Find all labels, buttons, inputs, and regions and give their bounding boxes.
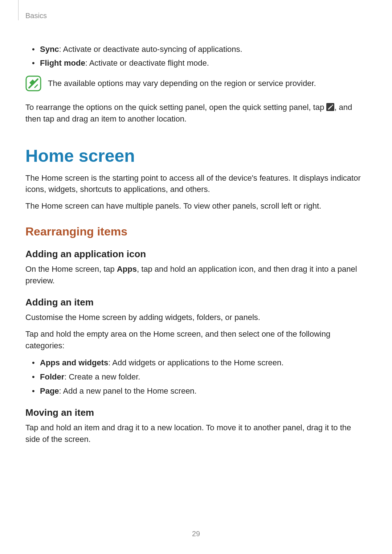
adding-app-before: On the Home screen, tap bbox=[25, 264, 117, 274]
apps-label: Apps bbox=[117, 264, 137, 274]
page-number: 29 bbox=[0, 530, 392, 538]
edit-icon bbox=[326, 103, 334, 111]
desc-apps-and-widgets: : Add widgets or applications to the Hom… bbox=[108, 358, 283, 367]
bullet-flight-mode: Flight mode: Activate or deactivate flig… bbox=[40, 57, 367, 69]
heading-adding-an-item: Adding an item bbox=[25, 297, 367, 308]
note-icon bbox=[25, 75, 41, 91]
page: Basics Sync: Activate or deactivate auto… bbox=[0, 0, 392, 554]
header-section-label: Basics bbox=[25, 12, 47, 20]
bullet-page: Page: Add a new panel to the Home screen… bbox=[40, 385, 367, 397]
heading-moving-an-item: Moving an item bbox=[25, 407, 367, 418]
header-rule bbox=[18, 0, 19, 20]
rearrange-panel-paragraph: To rearrange the options on the quick se… bbox=[25, 102, 367, 125]
quick-settings-bullets: Sync: Activate or deactivate auto-syncin… bbox=[25, 44, 367, 69]
bullet-folder: Folder: Create a new folder. bbox=[40, 371, 367, 383]
note-callout: The available options may vary depending… bbox=[25, 75, 367, 91]
adding-app-icon-paragraph: On the Home screen, tap Apps, tap and ho… bbox=[25, 263, 367, 287]
desc-flight-mode: : Activate or deactivate flight mode. bbox=[85, 58, 209, 67]
desc-folder: : Create a new folder. bbox=[64, 372, 140, 381]
term-sync: Sync bbox=[40, 45, 59, 54]
heading-rearranging-items: Rearranging items bbox=[25, 225, 367, 238]
note-text: The available options may vary depending… bbox=[48, 75, 316, 89]
term-apps-and-widgets: Apps and widgets bbox=[40, 358, 108, 367]
adding-item-p1: Customise the Home screen by adding widg… bbox=[25, 312, 367, 323]
bullet-apps-and-widgets: Apps and widgets: Add widgets or applica… bbox=[40, 357, 367, 369]
bullet-sync: Sync: Activate or deactivate auto-syncin… bbox=[40, 44, 367, 55]
adding-item-p2: Tap and hold the empty area on the Home … bbox=[25, 328, 367, 352]
desc-page: : Add a new panel to the Home screen. bbox=[59, 386, 197, 395]
term-page: Page bbox=[40, 386, 59, 395]
heading-home-screen: Home screen bbox=[25, 146, 367, 166]
term-folder: Folder bbox=[40, 372, 64, 381]
page-content: Sync: Activate or deactivate auto-syncin… bbox=[25, 11, 367, 445]
home-intro-1: The Home screen is the starting point to… bbox=[25, 172, 367, 196]
rearrange-text-before: To rearrange the options on the quick se… bbox=[25, 103, 326, 112]
moving-item-text: Tap and hold an item and drag it to a ne… bbox=[25, 422, 367, 445]
desc-sync: : Activate or deactivate auto-syncing of… bbox=[59, 45, 242, 54]
adding-item-bullets: Apps and widgets: Add widgets or applica… bbox=[25, 357, 367, 397]
heading-adding-application-icon: Adding an application icon bbox=[25, 249, 367, 260]
home-intro-2: The Home screen can have multiple panels… bbox=[25, 200, 367, 212]
term-flight-mode: Flight mode bbox=[40, 58, 85, 67]
